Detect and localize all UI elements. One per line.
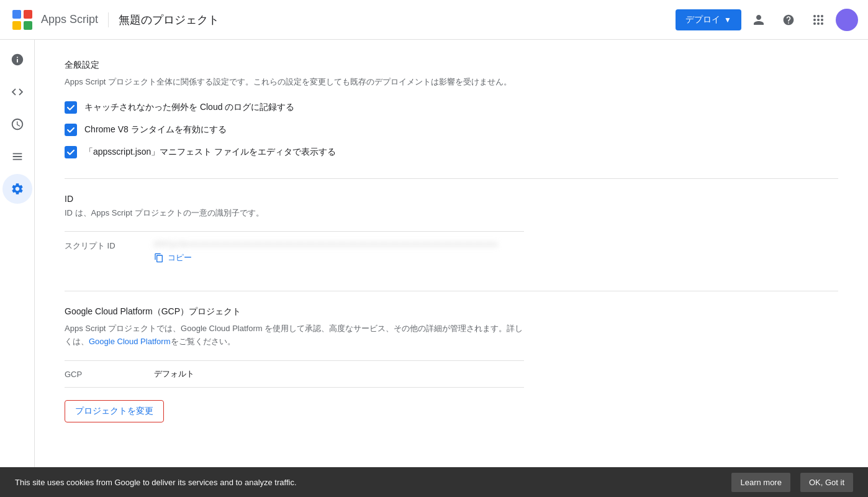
section-divider-2 [65,291,838,291]
gcp-desc: Apps Script プロジェクトでは、Google Cloud Platfo… [65,322,524,349]
app-name-label: Apps Script [41,13,98,26]
id-section: ID ID は、Apps Script プロジェクトの一意の識別子です。 スクリ… [65,194,524,271]
sidebar-item-triggers[interactable] [2,142,32,171]
copy-icon [154,253,164,263]
cookie-text: This site uses cookies from Google to de… [15,478,721,487]
person-icon [753,14,765,26]
apps-script-logo-icon [10,7,35,32]
header-actions: デプロイ ▼ [676,7,858,32]
checkmark-icon [66,103,75,112]
logo-area: Apps Script [10,7,98,32]
general-settings-section: 全般設定 Apps Script プロジェクト全体に関係する設定です。これらの設… [65,60,524,158]
sidebar-item-executions[interactable] [2,109,32,139]
sidebar-item-info[interactable] [2,45,32,75]
checkbox-cloud-log-row: キャッチされなかった例外を Cloud のログに記録する [65,101,524,114]
learn-more-button[interactable]: Learn more [731,473,790,492]
chevron-down-icon: ▼ [724,16,731,24]
checkbox-cloud-log[interactable] [65,101,77,114]
general-settings-title: 全般設定 [65,60,524,71]
sidebar-item-settings[interactable] [2,174,32,204]
id-section-desc: ID は、Apps Script プロジェクトの一意の識別子です。 [65,207,524,219]
account-button[interactable] [746,7,771,32]
sidebar-item-code[interactable] [2,77,32,107]
id-section-title: ID [65,194,524,204]
gcp-section: Google Cloud Platform（GCP）プロジェクト Apps Sc… [65,306,524,423]
svg-rect-4 [24,21,32,30]
svg-rect-3 [12,21,21,30]
grid-apps-button[interactable] [806,7,831,32]
checkmark-icon [66,148,75,157]
checkmark-icon [66,125,75,134]
script-id-row: スクリプト ID AKfycbxxxxxxxxxxxxxxxxxxxxxxxxx… [65,231,524,271]
gcp-row: GCP デフォルト [65,360,524,388]
header: Apps Script 無題のプロジェクト デプロイ ▼ [0,0,868,40]
project-name-label: 無題のプロジェクト [119,12,219,27]
copy-button[interactable]: コピー [154,252,499,263]
header-divider [108,12,109,27]
general-settings-desc: Apps Script プロジェクト全体に関係する設定です。これらの設定を変更し… [65,76,524,89]
code-icon [11,85,24,99]
grid-icon [813,15,823,25]
checkbox-chrome-v8[interactable] [65,124,77,136]
checkbox-manifest[interactable] [65,146,77,158]
cookie-banner: This site uses cookies from Google to de… [0,467,868,497]
svg-rect-2 [24,10,32,19]
change-project-button[interactable]: プロジェクトを変更 [65,400,164,422]
svg-rect-1 [12,10,21,19]
gcp-label: GCP [65,370,139,379]
sidebar [0,40,35,472]
gcp-title: Google Cloud Platform（GCP）プロジェクト [65,306,524,317]
section-divider-1 [65,178,838,179]
avatar[interactable] [836,9,858,31]
checkbox-cloud-log-label: キャッチされなかった例外を Cloud のログに記録する [84,102,294,113]
settings-icon [11,182,24,196]
info-icon [11,53,24,66]
main-content: 全般設定 Apps Script プロジェクト全体に関係する設定です。これらの設… [35,40,868,467]
script-id-label: スクリプト ID [65,239,139,252]
checkbox-chrome-v8-label: Chrome V8 ランタイムを有効にする [84,124,227,135]
gcp-link[interactable]: Google Cloud Platform [89,337,171,346]
checkbox-manifest-label: 「appsscript.json」マニフェスト ファイルをエディタで表示する [84,147,336,158]
help-icon [782,14,795,26]
checkbox-chrome-v8-row: Chrome V8 ランタイムを有効にする [65,124,524,136]
script-id-content: AKfycbxxxxxxxxxxxxxxxxxxxxxxxxxxxxxxxxxx… [154,239,499,263]
help-button[interactable] [776,7,801,32]
checkbox-manifest-row: 「appsscript.json」マニフェスト ファイルをエディタで表示する [65,146,524,158]
ok-got-it-button[interactable]: OK, Got it [800,473,853,492]
clock-icon [11,117,24,131]
triggers-icon [11,150,24,163]
script-id-value: AKfycbxxxxxxxxxxxxxxxxxxxxxxxxxxxxxxxxxx… [154,239,499,248]
deploy-button[interactable]: デプロイ ▼ [676,9,741,30]
gcp-value: デフォルト [154,368,194,380]
